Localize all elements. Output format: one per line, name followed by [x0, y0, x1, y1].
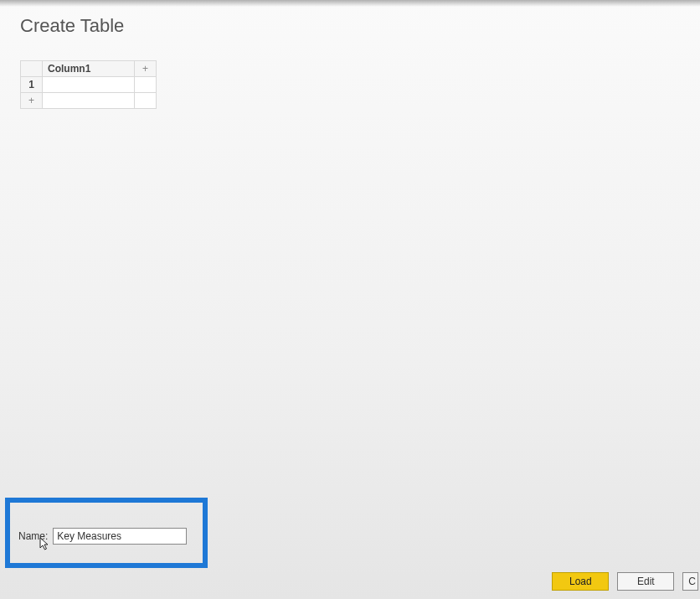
dialog-title: Create Table — [20, 15, 700, 37]
column-header-1[interactable]: Column1 — [43, 61, 135, 77]
table-name-row: Name: — [18, 528, 187, 545]
add-column-button[interactable]: + — [135, 61, 157, 77]
add-row-tail — [135, 93, 157, 109]
table-name-input[interactable] — [53, 528, 187, 545]
grid-add-row: + — [21, 93, 157, 109]
dialog-button-bar: Load Edit C — [552, 572, 698, 591]
add-row-button[interactable]: + — [21, 93, 43, 109]
data-cell-1-1[interactable] — [43, 77, 135, 93]
load-button[interactable]: Load — [552, 572, 609, 591]
row-index-1[interactable]: 1 — [21, 77, 43, 93]
edit-button[interactable]: Edit — [617, 572, 674, 591]
grid-data-row: 1 — [21, 77, 157, 93]
grid-header-row: Column1 + — [21, 61, 157, 77]
dialog-header: Create Table — [0, 0, 700, 45]
table-editor: Column1 + 1 + — [20, 60, 162, 109]
table-name-label: Name: — [18, 530, 48, 542]
cancel-button[interactable]: C — [682, 572, 698, 591]
add-row-cell[interactable] — [43, 93, 135, 109]
grid-corner[interactable] — [21, 61, 43, 77]
data-grid: Column1 + 1 + — [20, 60, 157, 109]
row-tail — [135, 77, 157, 93]
